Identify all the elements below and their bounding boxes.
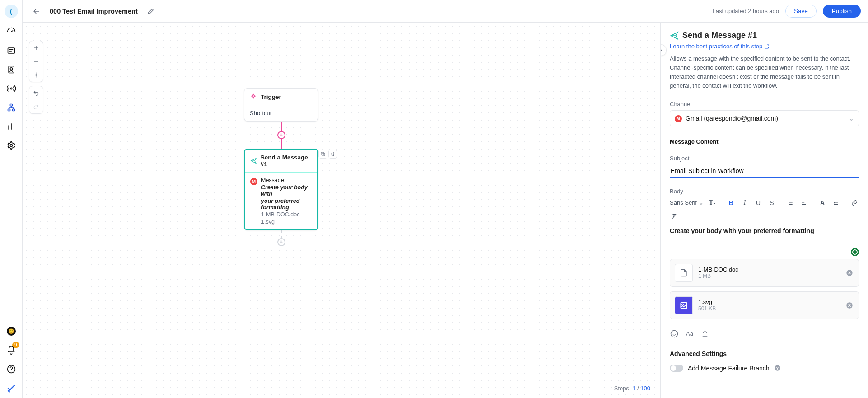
dashboard-icon[interactable] xyxy=(6,26,17,37)
svg-rect-13 xyxy=(681,302,686,308)
help-icon[interactable] xyxy=(6,364,17,375)
channel-value: Gmail (qarespondio@gmail.com) xyxy=(686,115,778,122)
subject-input[interactable] xyxy=(670,164,859,178)
svg-point-2 xyxy=(10,68,12,70)
inbox-icon[interactable] xyxy=(6,45,17,56)
svg-point-3 xyxy=(10,88,12,89)
svg-text:?: ? xyxy=(776,366,778,370)
upload-button[interactable] xyxy=(700,329,709,338)
channel-selector[interactable]: M Gmail (qarespondio@gmail.com) ⌄ xyxy=(670,110,859,126)
indent-button[interactable] xyxy=(831,198,840,207)
contacts-icon[interactable] xyxy=(6,64,17,75)
trigger-node[interactable]: Trigger Shortcut xyxy=(244,88,318,122)
broadcast-icon[interactable] xyxy=(6,83,17,94)
notif-count-badge: 9 xyxy=(12,342,19,348)
left-rail: ( 😊 9 xyxy=(0,0,23,398)
panel-title: Send a Message #1 xyxy=(682,31,757,40)
svg-point-14 xyxy=(682,304,683,305)
list-button[interactable] xyxy=(786,198,795,207)
failure-branch-toggle[interactable] xyxy=(670,365,683,372)
info-icon[interactable]: ? xyxy=(774,365,781,371)
text-color-button[interactable]: A xyxy=(818,198,827,207)
advanced-settings-heading: Advanced Settings xyxy=(670,350,859,357)
workflows-icon[interactable] xyxy=(6,102,17,113)
body-editor[interactable]: Create your body with your preferred for… xyxy=(670,227,859,254)
send-message-node[interactable]: Send a Message #1 M Message: Create your… xyxy=(244,149,318,230)
collapse-panel-button[interactable] xyxy=(660,44,667,56)
clear-format-button[interactable] xyxy=(670,212,679,221)
editor-toolbar: Sans Serif ⌄ T⌄ B I U S A xyxy=(670,198,859,221)
notifications-icon[interactable]: 9 xyxy=(6,345,17,356)
strikethrough-button[interactable]: S xyxy=(767,198,776,207)
underline-button[interactable]: U xyxy=(754,198,763,207)
canvas-toolbar xyxy=(29,41,43,114)
bold-button[interactable]: B xyxy=(727,198,736,207)
font-size-button[interactable]: T⌄ xyxy=(708,198,717,207)
trigger-title: Trigger xyxy=(261,94,281,100)
user-avatar-icon[interactable]: 😊 xyxy=(6,326,17,337)
file-icon xyxy=(675,264,693,282)
gmail-icon: M xyxy=(250,178,257,185)
node-file-2: 1.svg xyxy=(261,219,312,225)
page-header: 000 Test Email Improvement Last updated … xyxy=(23,0,868,23)
duplicate-node-button[interactable] xyxy=(318,150,327,159)
workflow-title: 000 Test Email Improvement xyxy=(50,8,138,15)
redo-button xyxy=(29,100,43,113)
recenter-button[interactable] xyxy=(29,68,43,82)
message-body-line1: Create your body with xyxy=(261,184,312,197)
learn-link[interactable]: Learn the best practices of this step xyxy=(670,43,770,50)
add-step-button[interactable]: + xyxy=(277,131,285,139)
zoom-out-button[interactable] xyxy=(29,55,43,68)
gmail-icon: M xyxy=(675,115,682,122)
reports-icon[interactable] xyxy=(6,121,17,132)
message-body-line2: your preferred formatting xyxy=(261,198,312,211)
back-button[interactable] xyxy=(30,5,43,18)
zoom-in-button[interactable] xyxy=(29,41,43,55)
settings-icon[interactable] xyxy=(6,140,17,151)
workflow-canvas[interactable]: Trigger Shortcut + Send a Message #1 xyxy=(23,23,660,398)
align-button[interactable] xyxy=(799,198,808,207)
attachment-name: 1-MB-DOC.doc xyxy=(698,266,738,273)
node-file-1: 1-MB-DOC.doc xyxy=(261,211,312,218)
chevron-down-icon: ⌄ xyxy=(699,199,704,206)
delete-node-button[interactable] xyxy=(328,150,337,159)
workspace-avatar[interactable]: ( xyxy=(5,5,18,18)
svg-rect-6 xyxy=(12,109,14,111)
subject-label: Subject xyxy=(670,155,859,162)
failure-branch-label: Add Message Failure Branch xyxy=(688,365,770,372)
emoji-button[interactable] xyxy=(670,329,679,338)
image-icon xyxy=(675,296,693,314)
font-family-picker[interactable]: Sans Serif ⌄ xyxy=(670,199,704,206)
italic-button[interactable]: I xyxy=(740,198,749,207)
chevron-down-icon: ⌄ xyxy=(849,115,854,122)
message-label: Message: xyxy=(261,177,312,183)
edit-title-button[interactable] xyxy=(144,5,158,18)
trigger-subtitle: Shortcut xyxy=(244,105,318,121)
link-button[interactable] xyxy=(850,198,859,207)
remove-attachment-button[interactable] xyxy=(845,268,854,277)
grammarly-icon[interactable] xyxy=(851,248,859,256)
svg-rect-11 xyxy=(321,152,324,155)
publish-button[interactable]: Publish xyxy=(823,5,861,18)
remove-attachment-button[interactable] xyxy=(845,301,854,310)
variable-button[interactable]: Aa xyxy=(685,329,694,338)
undo-button[interactable] xyxy=(29,86,43,100)
add-step-below-button[interactable]: + xyxy=(277,238,285,246)
attachment-size: 501 KB xyxy=(698,305,716,312)
step-details-panel: Send a Message #1 Learn the best practic… xyxy=(660,23,868,398)
external-link-icon xyxy=(764,44,770,49)
body-label: Body xyxy=(670,188,859,195)
save-button[interactable]: Save xyxy=(785,5,817,18)
attachment-size: 1 MB xyxy=(698,273,738,279)
message-content-heading: Message Content xyxy=(670,138,859,145)
attachment-item-1: 1-MB-DOC.doc 1 MB xyxy=(670,259,859,287)
svg-rect-5 xyxy=(8,109,10,111)
svg-rect-10 xyxy=(322,153,325,156)
last-updated-label: Last updated 2 hours ago xyxy=(712,8,779,14)
svg-point-16 xyxy=(671,330,678,337)
sparkle-icon xyxy=(250,93,257,100)
svg-point-9 xyxy=(36,75,37,75)
brand-icon[interactable] xyxy=(6,383,17,393)
steps-counter: Steps: 1 / 100 xyxy=(614,385,650,392)
svg-point-7 xyxy=(10,145,12,147)
